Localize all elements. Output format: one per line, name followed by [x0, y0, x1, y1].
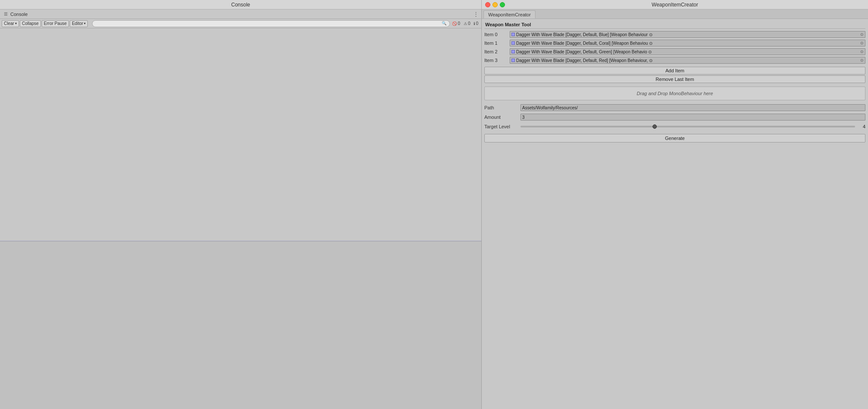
- error-count: 0: [458, 21, 460, 26]
- item-close-2[interactable]: ⊙: [860, 50, 864, 54]
- item-indicator-3: [511, 59, 515, 62]
- info-badge[interactable]: ℹ 0: [472, 21, 480, 26]
- clear-button[interactable]: Clear ▾: [2, 20, 19, 27]
- warning-badge[interactable]: ⚠ 0: [462, 21, 472, 26]
- console-menu-icon[interactable]: ⋮: [473, 11, 479, 17]
- weapon-master-tool-header: Weapon Master Tool: [484, 21, 865, 29]
- item-indicator-1: [511, 41, 515, 45]
- item-text-0: Dagger With Wave Blade [Dagger, Default,…: [516, 32, 859, 37]
- collapse-button[interactable]: Collapse: [20, 20, 41, 27]
- target-level-slider[interactable]: [520, 126, 855, 127]
- search-input[interactable]: [92, 20, 450, 27]
- item-close-1[interactable]: ⊙: [860, 41, 864, 45]
- item-text-3: Dagger With Wave Blade [Dagger, Default,…: [516, 58, 859, 63]
- item-value-2[interactable]: Dagger With Wave Blade [Dagger, Default,…: [510, 48, 865, 55]
- item-close-3[interactable]: ⊙: [860, 58, 864, 62]
- item-value-3[interactable]: Dagger With Wave Blade [Dagger, Default,…: [510, 57, 865, 64]
- item-indicator-0: [511, 33, 515, 36]
- editor-button[interactable]: Editor ▾: [70, 20, 88, 27]
- remove-last-item-button[interactable]: Remove Last Item: [484, 75, 865, 83]
- item-row-3: Item 3 Dagger With Wave Blade [Dagger, D…: [484, 56, 865, 64]
- error-badge[interactable]: 🚫 0: [451, 21, 462, 26]
- collapse-label: Collapse: [22, 21, 39, 26]
- item-row-1: Item 1 Dagger With Wave Blade [Dagger, D…: [484, 39, 865, 47]
- action-buttons: Add Item Remove Last Item: [484, 67, 865, 83]
- generate-button[interactable]: Generate: [484, 134, 865, 143]
- add-item-button[interactable]: Add Item: [484, 67, 865, 74]
- clear-label: Clear: [4, 21, 14, 26]
- right-tabs: WeaponItemCreator: [482, 9, 868, 19]
- tab-weapon-item-creator[interactable]: WeaponItemCreator: [483, 10, 536, 19]
- target-level-value: 4: [857, 124, 865, 129]
- item-indicator-2: [511, 50, 515, 53]
- clear-dropdown-icon: ▾: [15, 22, 17, 25]
- right-content: Weapon Master Tool Item 0 Dagger With Wa…: [482, 19, 868, 409]
- item-close-0[interactable]: ⊙: [860, 32, 864, 37]
- target-level-label: Target Level: [484, 124, 519, 129]
- path-input[interactable]: [520, 104, 865, 111]
- editor-dropdown-icon: ▾: [84, 22, 86, 25]
- drag-drop-area: Drag and Drop MonoBehaviour here: [484, 87, 865, 100]
- target-level-row: Target Level 4: [484, 123, 865, 130]
- error-pause-label: Error Pause: [44, 21, 67, 26]
- amount-input[interactable]: [520, 114, 865, 121]
- console-window-title: Console: [231, 2, 250, 8]
- error-pause-button[interactable]: Error Pause: [42, 20, 69, 27]
- info-count: 0: [476, 21, 478, 26]
- badge-group: 🚫 0 ⚠ 0 ℹ 0: [451, 21, 480, 26]
- item-row-2: Item 2 Dagger With Wave Blade [Dagger, D…: [484, 48, 865, 56]
- path-label: Path: [484, 105, 519, 110]
- item-value-0[interactable]: Dagger With Wave Blade [Dagger, Default,…: [510, 31, 865, 38]
- weapon-window-title: WeaponItemCreator: [652, 2, 698, 8]
- search-icon: 🔍: [442, 21, 446, 25]
- amount-label: Amount: [484, 115, 519, 120]
- item-label-3: Item 3: [484, 58, 508, 63]
- window-close-dot[interactable]: [485, 2, 490, 7]
- item-label-0: Item 0: [484, 32, 508, 37]
- info-icon: ℹ: [474, 22, 475, 26]
- window-minimize-dot[interactable]: [492, 2, 498, 7]
- error-icon: 🚫: [452, 22, 457, 26]
- item-value-1[interactable]: Dagger With Wave Blade [Dagger, Default,…: [510, 40, 865, 46]
- items-list: Item 0 Dagger With Wave Blade [Dagger, D…: [484, 31, 865, 64]
- window-maximize-dot[interactable]: [500, 2, 505, 7]
- item-label-1: Item 1: [484, 40, 508, 46]
- console-tab-icon: ☰: [3, 11, 9, 17]
- editor-label: Editor: [72, 21, 83, 26]
- item-label-2: Item 2: [484, 49, 508, 54]
- item-text-1: Dagger With Wave Blade [Dagger, Default,…: [516, 41, 859, 46]
- search-wrap: 🔍: [90, 20, 448, 27]
- amount-row: Amount: [484, 113, 865, 121]
- console-tab-label: Console: [10, 12, 28, 17]
- tab-label-0: WeaponItemCreator: [488, 12, 531, 17]
- path-row: Path: [484, 104, 865, 112]
- item-text-2: Dagger With Wave Blade [Dagger, Default,…: [516, 50, 859, 54]
- warning-icon: ⚠: [464, 22, 467, 26]
- item-row-0: Item 0 Dagger With Wave Blade [Dagger, D…: [484, 31, 865, 38]
- drag-drop-label: Drag and Drop MonoBehaviour here: [637, 91, 713, 96]
- warning-count: 0: [468, 21, 471, 26]
- slider-wrap: 4: [520, 124, 865, 129]
